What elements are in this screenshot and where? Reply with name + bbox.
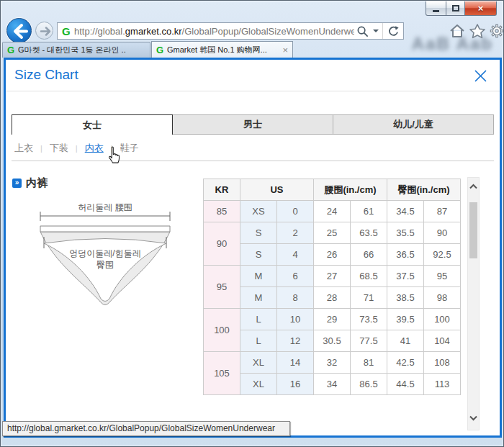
table-row: 100 L10 2973.5 39.5100 — [204, 309, 461, 330]
maximize-icon — [452, 5, 459, 12]
window-controls: × — [426, 1, 497, 16]
close-window-button[interactable]: × — [464, 1, 497, 16]
hip-label-line1: 엉덩이둘레/힙둘레 — [69, 248, 140, 258]
url-text[interactable]: http://global.gmarket.co.kr/GlobalPopup/… — [74, 26, 354, 37]
table-row: 105 XL14 3281 42.5108 — [204, 352, 461, 374]
table-row: XL16 3486.5 44.5113 — [204, 374, 461, 395]
scrollbar-thumb[interactable] — [469, 202, 477, 258]
forward-button[interactable] — [35, 22, 53, 40]
search-dropdown-caret[interactable] — [371, 23, 381, 39]
scroll-up-icon[interactable] — [469, 184, 478, 189]
favorites-star-icon[interactable] — [469, 23, 486, 39]
table-header-row: KR US 腰围(in./cm) 臀围(in./cm) — [204, 179, 461, 201]
site-favicon: G — [62, 25, 74, 37]
minimize-icon — [433, 10, 439, 12]
header-divider — [6, 91, 500, 91]
settings-gear-icon[interactable] — [488, 23, 504, 39]
table-row: 85 XS0 2461 34.587 — [204, 201, 461, 222]
g-logo-icon: G — [7, 45, 18, 55]
tab-men[interactable]: 男士 — [172, 114, 333, 135]
back-button[interactable] — [6, 18, 32, 43]
tab-title: Gmarket 韩国 No.1 购物网... — [167, 45, 267, 55]
home-icon[interactable] — [449, 23, 466, 39]
category-tabs: 女士 男士 幼儿/儿童 — [12, 114, 494, 135]
back-arrow-icon — [7, 19, 32, 44]
browser-tab-gmarket-cn[interactable]: G Gmarket 韩国 No.1 购物网... × — [151, 41, 293, 58]
section-marker-icon: » — [12, 179, 22, 188]
subnav-divider — [12, 161, 494, 161]
refresh-icon[interactable] — [382, 23, 402, 39]
subnav-shoes[interactable]: 鞋子 — [120, 142, 139, 155]
table-row: 95 M6 2768.5 37.595 — [204, 266, 461, 287]
browser-window: AaB Aab × G http://global.gmarket.co.kr/… — [0, 0, 504, 447]
popup-close-icon[interactable] — [474, 69, 487, 83]
tab-kids[interactable]: 幼儿/儿童 — [333, 114, 494, 135]
tab-title: G마켓 - 대한민국 1등 온라인 ... — [18, 45, 126, 55]
hip-label-line2: 臀围 — [96, 260, 114, 270]
subnav-tops[interactable]: 上衣 — [14, 142, 33, 155]
close-icon: × — [478, 4, 484, 13]
page-title: Size Chart — [14, 67, 78, 83]
size-table: KR US 腰围(in./cm) 臀围(in./cm) 85 XS0 2461 … — [203, 179, 461, 395]
table-row: L12 30.577.5 41104 — [204, 330, 461, 352]
subnav-underwear[interactable]: 内衣 — [85, 142, 104, 155]
address-bar[interactable]: G http://global.gmarket.co.kr/GlobalPopu… — [57, 22, 404, 40]
g-logo-icon: G — [156, 45, 167, 55]
size-chart-popup: Size Chart 女士 男士 幼儿/儿童 上衣 | 下装 | 内衣 | 鞋子… — [4, 58, 502, 438]
tab-close-icon[interactable]: × — [276, 45, 288, 55]
section-title: 内裤 — [26, 176, 48, 190]
maximize-button[interactable] — [446, 1, 465, 16]
section-header: » 内裤 — [12, 176, 48, 190]
tab-women[interactable]: 女士 — [12, 114, 173, 135]
status-bar: http://global.gmarket.co.kr/GlobalPopup/… — [2, 421, 290, 436]
table-row: 90 S2 2563.5 35.590 — [204, 222, 461, 244]
browser-tab-gmarket-kr[interactable]: G G마켓 - 대한민국 1등 온라인 ... — [2, 42, 150, 58]
table-row: M8 2871 38.598 — [204, 287, 461, 309]
subnav-bottoms[interactable]: 下装 — [50, 142, 68, 155]
waist-label: 허리둘레 腰围 — [78, 202, 132, 212]
search-icon[interactable] — [354, 23, 371, 39]
forward-arrow-icon — [36, 22, 54, 40]
scroll-down-icon[interactable] — [469, 415, 478, 421]
page-scrollbar[interactable] — [467, 177, 480, 430]
mouse-cursor — [106, 145, 122, 166]
minimize-button[interactable] — [426, 1, 446, 16]
underwear-diagram: 허리둘레 腰围 엉덩이둘레/힙둘레 臀围 — [33, 202, 179, 312]
table-row: S4 2666 36.592.5 — [204, 244, 461, 266]
